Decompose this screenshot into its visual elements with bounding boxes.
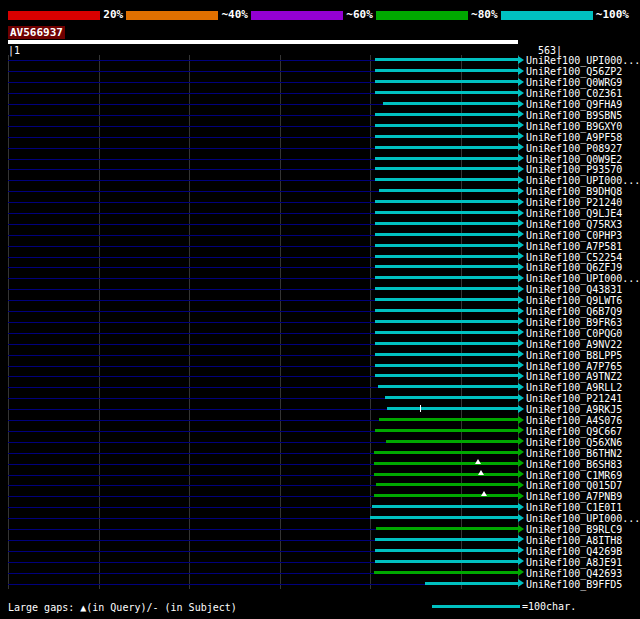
alignment-bar[interactable]	[375, 91, 518, 94]
hit-label[interactable]: UniRef100_Q0WRG9	[526, 77, 622, 88]
alignment-bar[interactable]	[375, 320, 518, 323]
scale-label: ~100%	[593, 8, 632, 22]
alignment-bar[interactable]	[387, 407, 518, 410]
alignment-bar[interactable]	[375, 276, 518, 279]
hit-label[interactable]: UniRef100_Q6ZFJ9	[526, 262, 622, 273]
hit-label[interactable]: UniRef100_B9SBN5	[526, 109, 622, 120]
hit-label[interactable]: UniRef100_B6SH83	[526, 458, 622, 469]
alignment-bar[interactable]	[379, 189, 519, 192]
alignment-bar[interactable]	[375, 211, 518, 214]
hit-label[interactable]: UniRef100_P08927	[526, 142, 622, 153]
alignment-bar[interactable]	[375, 233, 518, 236]
hit-label[interactable]: UniRef100_A8JE91	[526, 556, 622, 567]
hit-label[interactable]: UniRef100_B9DHQ8	[526, 186, 622, 197]
hit-label[interactable]: UniRef100_C52254	[526, 251, 622, 262]
alignment-bar[interactable]	[375, 255, 518, 258]
alignment-bar[interactable]	[372, 505, 518, 508]
hit-label[interactable]: UniRef100_A9TNZ2	[526, 371, 622, 382]
alignment-bar[interactable]	[379, 418, 518, 421]
hit-label[interactable]: UniRef100_B9FR63	[526, 316, 622, 327]
hit-label[interactable]: UniRef100_A9PF58	[526, 131, 622, 142]
hit-label[interactable]: UniRef100_C1E0I1	[526, 502, 622, 513]
hit-label[interactable]: UniRef100_Q015D7	[526, 480, 622, 491]
hit-label[interactable]: UniRef100_Q4269B	[526, 545, 622, 556]
alignment-bar[interactable]	[378, 385, 518, 388]
alignment-bar[interactable]	[370, 516, 518, 519]
alignment-bar[interactable]	[374, 571, 518, 574]
hit-label[interactable]: UniRef100_C0PQG0	[526, 327, 622, 338]
hit-label[interactable]: UniRef100_B9RLC9	[526, 524, 622, 535]
alignment-bar[interactable]	[375, 69, 518, 72]
alignment-bar[interactable]	[375, 113, 518, 116]
alignment-bar[interactable]	[374, 473, 518, 476]
alignment-bar[interactable]	[425, 582, 518, 585]
hit-label[interactable]: UniRef100_A7P765	[526, 360, 622, 371]
alignment-bar[interactable]	[375, 364, 518, 367]
hit-label[interactable]: UniRef100_Q56ZP2	[526, 66, 622, 77]
alignment-bar[interactable]	[375, 331, 518, 334]
hit-label[interactable]: UniRef100_A7PNB9	[526, 491, 622, 502]
alignment-bar[interactable]	[375, 560, 518, 563]
hit-label[interactable]: UniRef100_Q75RX3	[526, 218, 622, 229]
hit-label[interactable]: UniRef100_A9NV22	[526, 338, 622, 349]
hit-label[interactable]: UniRef100_Q43831	[526, 284, 622, 295]
hit-label[interactable]: UniRef100_B6THN2	[526, 447, 622, 458]
alignment-bar[interactable]	[375, 298, 518, 301]
hit-label[interactable]: UniRef100_A8ITH8	[526, 534, 622, 545]
hit-label[interactable]: UniRef100_C1MR69	[526, 469, 622, 480]
alignment-bar[interactable]	[375, 178, 518, 181]
hit-label[interactable]: UniRef100_Q56XN6	[526, 436, 622, 447]
hit-label[interactable]: UniRef100_A4S076	[526, 415, 622, 426]
alignment-bar[interactable]	[375, 135, 518, 138]
alignment-bar[interactable]	[375, 124, 518, 127]
hit-label[interactable]: UniRef100_P21240	[526, 197, 622, 208]
hit-label[interactable]: UniRef100_P93570	[526, 164, 622, 175]
alignment-row: UniRef100_P21241	[8, 393, 632, 404]
hit-label[interactable]: UniRef100_Q9LJE4	[526, 208, 622, 219]
alignment-bar[interactable]	[375, 342, 518, 345]
alignment-bar[interactable]	[374, 494, 518, 497]
alignment-bar[interactable]	[375, 146, 518, 149]
hit-label[interactable]: UniRef100_B9GXY0	[526, 120, 622, 131]
hit-label[interactable]: UniRef100_C0PHP3	[526, 229, 622, 240]
alignment-bar[interactable]	[375, 265, 518, 268]
hit-label[interactable]: UniRef100_Q42693	[526, 567, 622, 578]
hit-label[interactable]: UniRef100_Q9FHA9	[526, 99, 622, 110]
alignment-bar[interactable]	[375, 157, 518, 160]
alignment-bar[interactable]	[374, 451, 518, 454]
alignment-bar[interactable]	[383, 102, 518, 105]
alignment-bar[interactable]	[375, 80, 518, 83]
hit-label[interactable]: UniRef100_UPI000...	[526, 175, 640, 186]
alignment-bar[interactable]	[375, 538, 518, 541]
hit-label[interactable]: UniRef100_B8LPP5	[526, 349, 622, 360]
hit-label[interactable]: UniRef100_A9RLL2	[526, 382, 622, 393]
alignment-bar[interactable]	[375, 222, 518, 225]
alignment-bar[interactable]	[375, 353, 518, 356]
alignment-bar[interactable]	[376, 527, 518, 530]
hit-label[interactable]: UniRef100_UPI000...	[526, 513, 640, 524]
alignment-bar[interactable]	[375, 58, 518, 61]
hit-label[interactable]: UniRef100_Q6B7Q9	[526, 306, 622, 317]
alignment-bar[interactable]	[375, 309, 518, 312]
alignment-bar[interactable]	[386, 440, 518, 443]
alignment-bar[interactable]	[375, 429, 518, 432]
hit-label[interactable]: UniRef100_Q9LWT6	[526, 295, 622, 306]
hit-label[interactable]: UniRef100_C0Z361	[526, 88, 622, 99]
alignment-bar[interactable]	[375, 200, 518, 203]
alignment-bar[interactable]	[375, 549, 518, 552]
hit-label[interactable]: UniRef100_P21241	[526, 393, 622, 404]
hit-label[interactable]: UniRef100_A7P581	[526, 240, 622, 251]
hit-label[interactable]: UniRef100_UPI000...	[526, 273, 640, 284]
hit-label[interactable]: UniRef100_Q0W9E2	[526, 153, 622, 164]
alignment-bar[interactable]	[374, 462, 518, 465]
hit-label[interactable]: UniRef100_Q9C667	[526, 425, 622, 436]
alignment-bar[interactable]	[375, 374, 518, 377]
alignment-bar[interactable]	[385, 396, 518, 399]
hit-label[interactable]: UniRef100_A9RKJ5	[526, 404, 622, 415]
alignment-bar[interactable]	[375, 167, 518, 170]
alignment-bar[interactable]	[375, 244, 518, 247]
hit-label[interactable]: UniRef100_UPI000...	[526, 55, 640, 66]
alignment-bar[interactable]	[375, 287, 518, 290]
hit-label[interactable]: UniRef100_B9FFD5	[526, 578, 622, 589]
alignment-bar[interactable]	[376, 483, 518, 486]
